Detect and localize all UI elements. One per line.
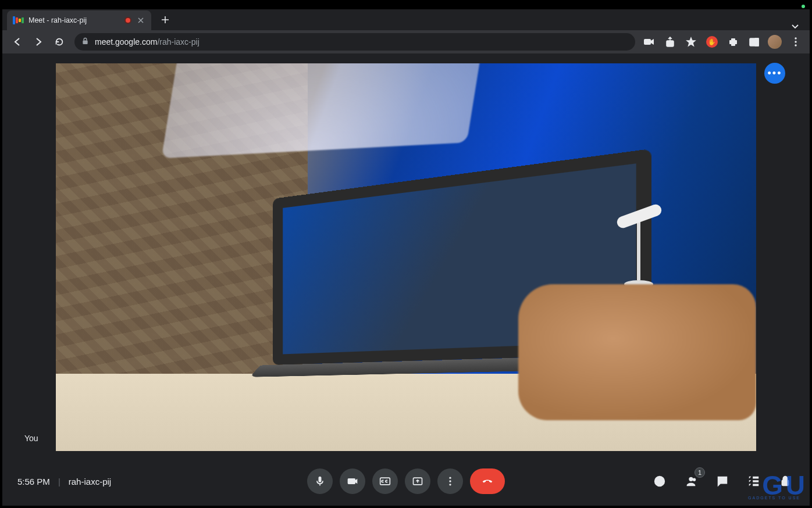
lock-icon	[81, 37, 89, 46]
svg-point-7	[795, 41, 796, 42]
tab-title: Meet - rah-iaxc-pij	[29, 16, 120, 24]
window-titlebar[interactable]	[2, 2, 810, 9]
camera-button[interactable]	[340, 468, 365, 494]
self-video-tile[interactable]	[56, 63, 756, 451]
svg-rect-17	[782, 480, 789, 485]
extensions-puzzle-icon[interactable]	[725, 34, 741, 50]
host-controls-button[interactable]	[776, 472, 795, 491]
bookmark-star-icon[interactable]	[683, 34, 699, 50]
microphone-button[interactable]	[307, 468, 333, 494]
more-options-button[interactable]	[437, 468, 463, 494]
address-bar: meet.google.com/rah-iaxc-pij ✋	[2, 30, 810, 53]
meet-bottom-bar: 5:56 PM | rah-iaxc-pij 1	[2, 457, 810, 506]
svg-point-8	[795, 44, 796, 46]
url-omnibox[interactable]: meet.google.com/rah-iaxc-pij	[74, 33, 635, 51]
reload-button[interactable]	[50, 33, 69, 51]
meeting-code: rah-iaxc-pij	[69, 477, 111, 486]
tab-strip: Meet - rah-iaxc-pij	[2, 9, 810, 30]
participant-name-label: You	[24, 434, 38, 443]
people-button[interactable]: 1	[682, 472, 700, 491]
video-softbox-light	[161, 63, 485, 158]
camera-indicator-icon[interactable]	[641, 34, 657, 50]
meet-favicon-icon	[13, 16, 24, 24]
meet-main-area: You •••	[2, 53, 810, 457]
tab-close-button[interactable]	[136, 16, 145, 25]
captions-button[interactable]	[372, 468, 398, 494]
url-domain: meet.google.com	[95, 37, 157, 46]
new-tab-button[interactable]	[157, 12, 173, 28]
sidepanel-icon[interactable]	[746, 34, 762, 50]
window-status-dot	[802, 5, 805, 8]
hangup-button[interactable]	[470, 468, 505, 494]
browser-tab[interactable]: Meet - rah-iaxc-pij	[7, 10, 151, 30]
svg-rect-0	[83, 41, 87, 45]
svg-rect-2	[667, 41, 674, 46]
people-count-badge: 1	[695, 467, 705, 478]
svg-point-13	[449, 484, 451, 485]
browser-menu-button[interactable]	[788, 34, 804, 50]
video-hand	[518, 284, 756, 420]
svg-point-12	[449, 480, 451, 482]
url-path: /rah-iaxc-pij	[157, 37, 199, 46]
svg-point-11	[449, 477, 451, 479]
clock-divider: |	[58, 477, 60, 486]
right-controls: 1	[650, 472, 795, 491]
activities-button[interactable]	[745, 472, 763, 491]
url-text: meet.google.com/rah-iaxc-pij	[95, 37, 200, 46]
recording-indicator-icon	[124, 17, 131, 24]
clock-time: 5:56 PM	[17, 477, 50, 486]
profile-avatar[interactable]	[767, 34, 783, 50]
extension-adblock-icon[interactable]: ✋	[704, 34, 720, 50]
toolbar-icons: ✋	[641, 34, 804, 50]
forward-button[interactable]	[29, 33, 48, 51]
chat-button[interactable]	[713, 472, 732, 491]
center-controls	[307, 468, 505, 494]
present-screen-button[interactable]	[405, 468, 430, 494]
svg-point-6	[795, 37, 796, 39]
clock-meeting-info[interactable]: 5:56 PM | rah-iaxc-pij	[17, 477, 111, 486]
back-button[interactable]	[8, 33, 27, 51]
meeting-details-button[interactable]	[650, 472, 669, 491]
svg-rect-1	[644, 39, 651, 45]
share-icon[interactable]	[662, 34, 678, 50]
svg-point-16	[659, 478, 660, 480]
svg-rect-5	[755, 38, 758, 46]
more-actions-fab[interactable]: •••	[764, 63, 785, 84]
